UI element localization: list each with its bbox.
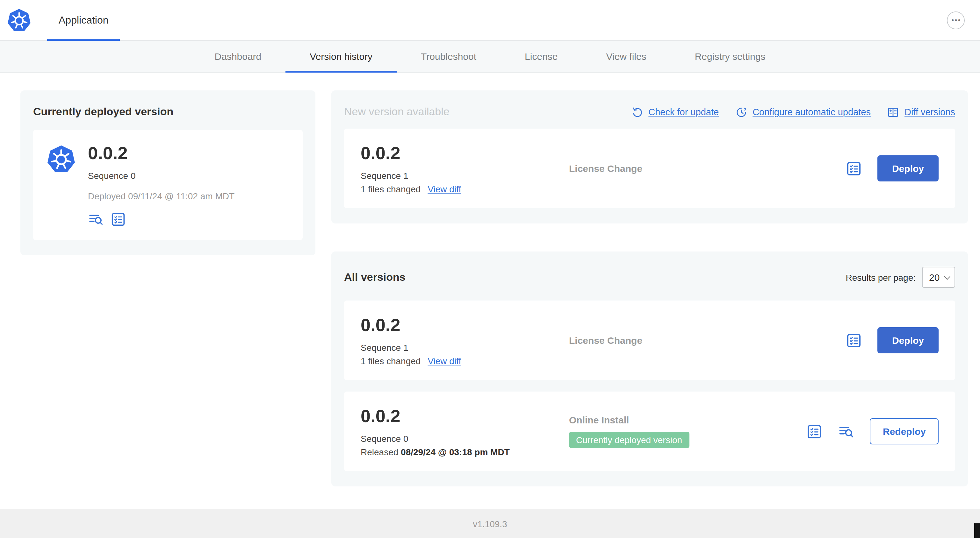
checklist-icon (846, 160, 862, 177)
files-changed-text: 1 files changed (361, 356, 420, 366)
version-row: 0.0.2 Sequence 1 1 files changed View di… (344, 300, 955, 380)
tab-version-history[interactable]: Version history (285, 41, 397, 72)
all-versions-title: All versions (344, 271, 406, 284)
kubernetes-logo-icon (6, 7, 32, 33)
tab-registry-settings[interactable]: Registry settings (671, 41, 790, 72)
footer: v1.109.3 (0, 509, 980, 538)
deployed-sequence: Sequence 0 (88, 171, 234, 181)
version-sequence: Sequence 1 (361, 343, 569, 353)
version-rows: 0.0.2 Sequence 1 1 files changed View di… (344, 300, 955, 471)
tab-license[interactable]: License (501, 41, 582, 72)
view-logs-button[interactable] (88, 211, 104, 227)
version-number: 0.0.2 (361, 406, 569, 427)
results-per-page-select-wrap: 20 (922, 267, 955, 288)
new-version-row: 0.0.2 Sequence 1 1 files changed View di… (344, 129, 955, 208)
view-diff-link[interactable]: View diff (428, 356, 461, 366)
tab-view-files[interactable]: View files (582, 41, 671, 72)
version-actions: Redeploy (807, 418, 939, 444)
app-tab-label: Application (59, 14, 109, 26)
diff-versions-link[interactable]: Diff versions (887, 106, 955, 118)
diff-icon (887, 106, 899, 118)
released-label: Released (361, 447, 398, 457)
files-changed-row: 1 files changed View diff (361, 356, 569, 366)
page: Application ••• Dashboard Version histor… (0, 0, 980, 538)
deployed-version-details: 0.0.2 Sequence 0 Deployed 09/11/24 @ 11:… (88, 143, 234, 227)
automatic-updates-icon (735, 106, 748, 118)
scrollbar-thumb[interactable] (974, 523, 980, 538)
currently-deployed-badge: Currently deployed version (569, 432, 689, 448)
tab-dashboard[interactable]: Dashboard (191, 41, 286, 72)
view-diff-link[interactable]: View diff (428, 184, 461, 194)
new-version-number: 0.0.2 (361, 143, 569, 164)
new-version-title: New version available (344, 106, 450, 118)
new-version-sequence: Sequence 1 (361, 171, 569, 181)
release-notes-button[interactable] (846, 332, 862, 349)
results-per-page-label: Results per page: (846, 272, 916, 282)
main-content: Currently deployed version 0.0.2 Sequenc… (0, 73, 980, 486)
kubernetes-app-icon (46, 144, 76, 175)
new-version-info: 0.0.2 Sequence 1 1 files changed View di… (361, 143, 569, 194)
logs-magnifier-icon (838, 423, 855, 440)
version-number: 0.0.2 (361, 314, 569, 336)
checklist-icon (807, 423, 823, 440)
version-source: Online Install Currently deployed versio… (569, 414, 807, 448)
check-for-update-label: Check for update (648, 107, 719, 117)
new-version-source: License Change (569, 163, 846, 174)
overflow-menu-button[interactable]: ••• (947, 11, 965, 29)
app-subnav: Dashboard Version history Troubleshoot L… (0, 41, 980, 73)
diff-versions-label: Diff versions (905, 107, 955, 117)
version-info: 0.0.2 Sequence 1 1 files changed View di… (361, 314, 569, 366)
version-info: 0.0.2 Sequence 0 Released 08/29/24 @ 03:… (361, 406, 569, 457)
new-version-head: New version available Check for update C… (344, 106, 955, 118)
source-label: License Change (569, 335, 642, 345)
all-versions-panel: All versions Results per page: 20 (331, 251, 968, 486)
all-versions-head: All versions Results per page: 20 (344, 267, 955, 288)
redeploy-button[interactable]: Redeploy (870, 418, 939, 444)
files-changed-text: 1 files changed (361, 184, 420, 194)
release-notes-button[interactable] (110, 211, 126, 227)
deployed-version-card: 0.0.2 Sequence 0 Deployed 09/11/24 @ 11:… (33, 130, 303, 240)
deploy-button[interactable]: Deploy (877, 327, 939, 353)
results-per-page: Results per page: 20 (846, 267, 955, 288)
deployed-timestamp: Deployed 09/11/24 @ 11:02 am MDT (88, 191, 234, 201)
deploy-button[interactable]: Deploy (877, 156, 939, 181)
version-actions: Deploy (846, 327, 939, 353)
version-row: 0.0.2 Sequence 0 Released 08/29/24 @ 03:… (344, 392, 955, 471)
files-changed-row: 1 files changed View diff (361, 184, 569, 194)
new-version-panel: New version available Check for update C… (331, 90, 968, 224)
checklist-icon (110, 211, 126, 227)
configure-automatic-updates-link[interactable]: Configure automatic updates (735, 106, 871, 118)
results-per-page-select[interactable]: 20 (922, 267, 955, 288)
released-date: 08/29/24 @ 03:18 pm MDT (401, 447, 510, 457)
checklist-icon (846, 332, 862, 349)
update-actions: Check for update Configure automatic upd… (631, 106, 955, 118)
deployed-icon-row (88, 211, 234, 227)
version-source: License Change (569, 335, 846, 346)
source-label: License Change (569, 163, 642, 173)
configure-automatic-updates-label: Configure automatic updates (752, 107, 871, 117)
release-notes-button[interactable] (846, 160, 862, 177)
logs-magnifier-icon (88, 211, 104, 227)
refresh-icon (631, 106, 643, 118)
currently-deployed-panel: Currently deployed version 0.0.2 Sequenc… (21, 90, 315, 255)
view-logs-button[interactable] (838, 423, 855, 440)
deployed-version-number: 0.0.2 (88, 143, 234, 164)
source-label: Online Install (569, 414, 629, 425)
new-version-actions: Deploy (846, 156, 939, 181)
top-header: Application ••• (0, 0, 980, 41)
ellipsis-icon: ••• (950, 17, 961, 23)
app-tab[interactable]: Application (47, 0, 120, 40)
released-timestamp: Released 08/29/24 @ 03:18 pm MDT (361, 447, 569, 457)
currently-deployed-title: Currently deployed version (33, 106, 303, 118)
right-column: New version available Check for update C… (331, 90, 968, 486)
tab-troubleshoot[interactable]: Troubleshoot (397, 41, 501, 72)
release-notes-button[interactable] (807, 423, 823, 440)
check-for-update-link[interactable]: Check for update (631, 106, 719, 118)
version-sequence: Sequence 0 (361, 433, 569, 444)
app-version-text: v1.109.3 (473, 519, 507, 529)
